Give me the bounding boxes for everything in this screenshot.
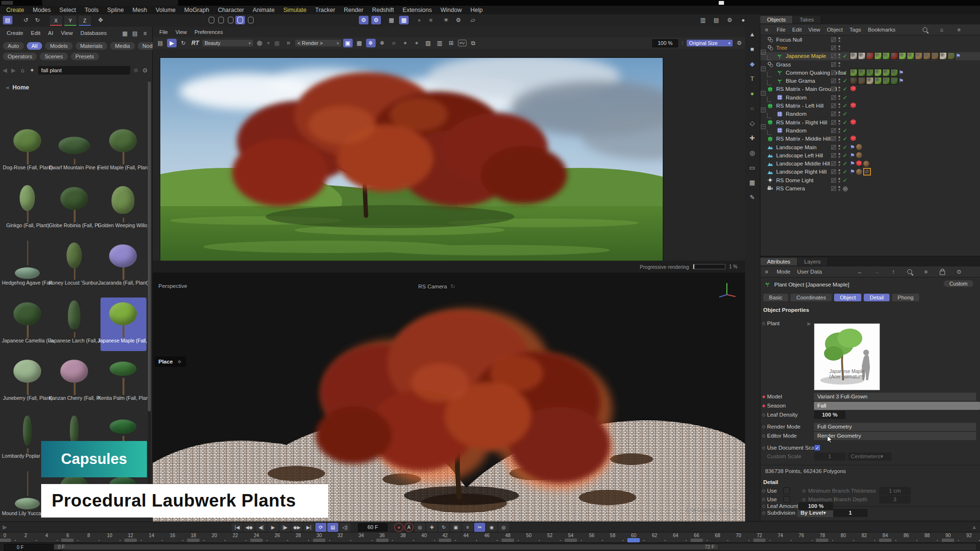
object-name[interactable]: Grass	[776, 62, 791, 67]
asset-item[interactable]: Kanzan Cherry (Fall, Pl...	[52, 355, 98, 408]
doc-scale-checkbox[interactable]: ✓	[814, 444, 821, 451]
attr-up-icon[interactable]: ↑	[891, 267, 896, 276]
material-swatch[interactable]	[923, 52, 931, 60]
visibility-dots-icon[interactable]	[838, 136, 840, 138]
dim-square-icon[interactable]: ■	[426, 16, 435, 24]
attr-forward-icon[interactable]: →	[874, 267, 880, 276]
edit-toggle-icon[interactable]	[831, 153, 836, 158]
asset-item[interactable]: Honey Locust 'Sunbur...	[52, 240, 98, 293]
timeline-expand-icon[interactable]: ▶	[1, 523, 9, 531]
object-name[interactable]: RS Matrix - Left Hill	[776, 103, 824, 109]
season-dropdown[interactable]: Fall	[814, 402, 980, 410]
material-swatch[interactable]	[874, 77, 882, 85]
copy-image-icon[interactable]: ⧉	[468, 39, 478, 47]
asset-item[interactable]: Jacaranda (Fall, Plant)	[100, 240, 146, 293]
edit-toggle-icon[interactable]	[831, 136, 836, 141]
object-row[interactable]: −Grass	[760, 60, 980, 68]
object-row[interactable]: Common Quaking Grass✓⚑	[760, 68, 980, 77]
om-home-icon[interactable]: ⌂	[939, 25, 945, 34]
focus-icon[interactable]: ⌖	[401, 39, 410, 47]
object-row[interactable]: −RS Matrix - Right Hill✓	[760, 118, 980, 126]
visibility-dots-icon[interactable]	[838, 111, 840, 113]
preview-range-track[interactable]: 0 F 72 F	[54, 544, 976, 550]
render-mode-dropdown[interactable]: Full Geometry	[814, 423, 976, 431]
visibility-dots-icon[interactable]	[838, 95, 840, 97]
expand-icon[interactable]: ⌖	[412, 39, 422, 47]
object-row[interactable]: Blue Grama✓⚑	[760, 77, 980, 85]
asset-item[interactable]: Japanese Larch (Fall, Pl...	[52, 298, 98, 351]
snap-grid-icon[interactable]: ▦	[387, 16, 396, 24]
object-row[interactable]: Random✓	[760, 93, 980, 101]
menu-modes[interactable]: Modes	[29, 7, 56, 13]
material-swatch[interactable]	[858, 52, 866, 60]
object-name[interactable]: Focus Null	[776, 37, 802, 43]
live-selection-icon[interactable]: ▲	[747, 30, 757, 38]
asset-item[interactable]: Globe Robinia (Fall, Pl...	[52, 182, 98, 236]
object-name[interactable]: RS Matrix - Main Ground	[776, 86, 837, 92]
dim-circle-icon[interactable]: ●	[414, 16, 424, 24]
asset-item[interactable]: Golden Weeping Willo...	[100, 182, 146, 236]
workplane-icon[interactable]: ▱	[468, 16, 478, 24]
visibility-dots-icon[interactable]	[838, 70, 840, 72]
image-add-icon[interactable]: ⊞	[446, 39, 456, 47]
go-to-end-button[interactable]: ▶|	[303, 523, 314, 532]
material-swatch[interactable]	[850, 77, 858, 85]
object-row[interactable]: Landscape Right Hill✓⚑∅	[760, 168, 980, 176]
record-scale-button[interactable]: ▣	[450, 523, 461, 532]
plant-thumbnail[interactable]: Japanese Maple (Acer palmatum)	[814, 323, 880, 390]
flag-tag-icon[interactable]: ⚑	[850, 168, 855, 175]
material-swatch[interactable]	[907, 52, 914, 60]
visibility-dots-icon[interactable]	[838, 161, 840, 163]
menu-extensions[interactable]: Extensions	[398, 7, 436, 13]
enabled-check-icon[interactable]: ✓	[843, 86, 847, 92]
tab-takes[interactable]: Takes	[793, 16, 821, 23]
object-name[interactable]: RS Matrix - Right Hill	[776, 120, 827, 125]
asset-item[interactable]: Japanese Camellia (Fal...	[5, 298, 51, 351]
enabled-check-icon[interactable]: ✓	[843, 102, 847, 109]
material-swatch[interactable]	[882, 77, 890, 85]
object-row[interactable]: RS Camera◎	[760, 184, 980, 192]
material-swatch[interactable]	[874, 52, 882, 60]
visibility-dots-icon[interactable]	[838, 37, 840, 39]
polygons-mode-icon[interactable]: ◇	[747, 119, 757, 127]
om-menu-view[interactable]: View	[808, 27, 820, 33]
material-swatch[interactable]	[947, 52, 955, 60]
object-name[interactable]: Blue Grama	[786, 78, 815, 84]
redshift-material-tag-icon[interactable]	[856, 160, 862, 167]
simulate-scene-icon[interactable]: ⚙	[371, 16, 381, 24]
enabled-check-icon[interactable]: ✓	[843, 110, 847, 117]
tab-layers[interactable]: Layers	[798, 258, 828, 265]
attr-tab-object[interactable]: Object	[834, 294, 861, 301]
edit-toggle-icon[interactable]	[831, 78, 836, 83]
edit-toggle-icon[interactable]	[831, 169, 836, 174]
tab-attributes[interactable]: Attributes	[760, 258, 798, 265]
enabled-check-icon[interactable]	[843, 44, 844, 51]
object-name[interactable]: Landscape Left Hill	[776, 153, 823, 158]
object-name[interactable]: Random	[786, 95, 806, 100]
flag-tag-icon[interactable]: ⚑	[850, 160, 855, 167]
enabled-check-icon[interactable]	[843, 61, 844, 68]
edit-toggle-icon[interactable]	[831, 62, 836, 67]
keyframe-selection-button[interactable]: ◎	[414, 523, 425, 532]
visibility-dots-icon[interactable]	[838, 186, 840, 188]
menu-volume[interactable]: Volume	[151, 7, 180, 13]
menu-select[interactable]: Select	[55, 7, 80, 13]
edit-toggle-icon[interactable]	[831, 95, 836, 100]
sim-collider-icon[interactable]	[246, 16, 256, 24]
rv-menu-file[interactable]: File	[156, 29, 172, 35]
play-button[interactable]: ▶	[267, 523, 278, 532]
edit-toggle-icon[interactable]	[831, 178, 836, 183]
timeline-collapse-icon[interactable]: ▲	[970, 523, 978, 531]
previous-key-button[interactable]: ◀◆	[244, 523, 255, 532]
render-settings-icon[interactable]: ⚙	[725, 16, 735, 24]
material-swatch[interactable]	[858, 77, 866, 85]
attr-tab-detail[interactable]: Detail	[864, 294, 889, 301]
material-ball-icon[interactable]: ●	[738, 16, 748, 24]
axis-gizmo-icon[interactable]: ✥	[96, 16, 105, 24]
enabled-check-icon[interactable]: ✓	[843, 77, 847, 84]
edit-toggle-icon[interactable]	[831, 37, 836, 42]
next-key-button[interactable]: ◆▶	[291, 523, 302, 532]
zoom-field[interactable]: 100 %	[652, 39, 678, 47]
edit-toggle-icon[interactable]	[831, 186, 836, 191]
attr-lock-icon[interactable]	[940, 271, 945, 275]
